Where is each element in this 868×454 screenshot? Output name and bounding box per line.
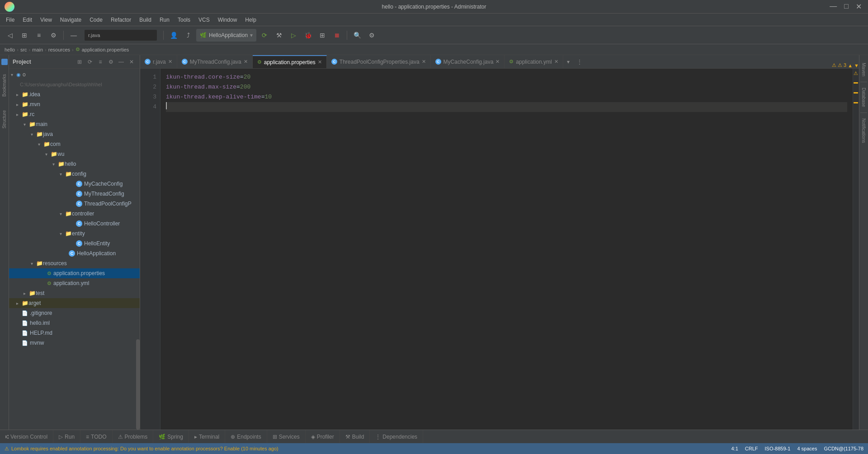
tab-mythreadconfig[interactable]: C MyThreadConfig.java ✕: [177, 55, 253, 69]
toolbar-navigate-target[interactable]: ⤴: [182, 29, 194, 42]
tree-src[interactable]: ▸ 📁 .rc: [9, 109, 140, 119]
bottom-tab-version-control[interactable]: ⑆ Version Control: [0, 430, 53, 444]
bottom-tab-terminal[interactable]: ▸ Terminal: [189, 430, 225, 444]
tab-threadpool-close[interactable]: ✕: [422, 59, 426, 65]
tree-hello-iml[interactable]: ▸ 📄 hello.iml: [9, 318, 140, 328]
tree-gitignore[interactable]: ▸ 📄 .gitignore: [9, 308, 140, 318]
tree-mvn[interactable]: ▸ 📁 .mvn: [9, 99, 140, 109]
minimize-btn[interactable]: —: [828, 2, 839, 11]
tree-helloentity[interactable]: ▸ C HelloEntity: [9, 239, 140, 248]
bottom-tab-services[interactable]: ⊞ Services: [267, 430, 306, 444]
maximize-btn[interactable]: □: [842, 2, 850, 11]
toolbar-stop[interactable]: ⏹: [330, 29, 343, 42]
code-content[interactable]: ikun-thread.core-size=20 ikun-thread.max…: [160, 69, 853, 430]
toolbar-build[interactable]: ⚒: [273, 29, 285, 42]
project-pin-btn[interactable]: ⊞: [75, 57, 84, 66]
menu-vcs[interactable]: VCS: [195, 15, 213, 24]
tree-item-root[interactable]: ▾ ◉ o: [9, 70, 140, 80]
status-warning-message[interactable]: Lombok requires enabled annotation proce…: [11, 446, 278, 451]
project-settings-btn[interactable]: ⚙: [106, 57, 115, 66]
tree-threadpoolconfigp[interactable]: ▸ C ThreadPoolConfigP: [9, 199, 140, 209]
maven-panel-btn[interactable]: Maven: [860, 57, 867, 82]
tree-mvnw[interactable]: ▸ 📄 mvnw: [9, 338, 140, 348]
tabs-more-btn[interactable]: ⋮: [573, 59, 586, 65]
tree-idea[interactable]: ▸ 📁 .idea: [9, 89, 140, 99]
tree-hellocontroller[interactable]: ▸ C HelloController: [9, 219, 140, 229]
notifications-panel-btn[interactable]: Notifications: [860, 113, 867, 148]
menu-view[interactable]: View: [37, 15, 56, 24]
structure-label[interactable]: Structure: [2, 110, 7, 129]
toolbar-debug[interactable]: 🐞: [302, 29, 314, 42]
menu-tools[interactable]: Tools: [174, 15, 194, 24]
toolbar-minus[interactable]: —: [67, 29, 80, 42]
breadcrumb-hello[interactable]: hello: [5, 47, 15, 52]
breadcrumb-resources[interactable]: resources: [48, 47, 70, 52]
menu-file[interactable]: File: [2, 15, 18, 24]
tree-hello[interactable]: ▾ 📁 hello: [9, 159, 140, 169]
tree-entity[interactable]: ▾ 📁 entity: [9, 229, 140, 239]
bottom-tab-dependencies[interactable]: ⋮ Dependencies: [370, 430, 423, 444]
tree-helloapplication[interactable]: ▸ C HelloApplication: [9, 248, 140, 258]
menu-build[interactable]: Build: [136, 15, 155, 24]
tree-main[interactable]: ▾ 📁 main: [9, 119, 140, 129]
bottom-tab-todo[interactable]: ≡ TODO: [80, 430, 112, 444]
run-config-selector[interactable]: 🌿 HelloApplication ▾: [196, 29, 256, 42]
tree-target[interactable]: ▸ 📁 arget: [9, 298, 140, 308]
tree-test[interactable]: ▸ 📁 test: [9, 288, 140, 298]
tab-appprops-close[interactable]: ✕: [318, 59, 322, 65]
bottom-tab-build[interactable]: ⚒ Build: [340, 430, 370, 444]
toolbar-settings[interactable]: ⚙: [47, 29, 60, 42]
bottom-tab-endpoints[interactable]: ⊕ Endpoints: [225, 430, 267, 444]
tree-application-properties[interactable]: ▸ ⚙ application.properties: [9, 268, 140, 278]
tree-java[interactable]: ▾ 📁 java: [9, 129, 140, 139]
tab-r-java-close[interactable]: ✕: [168, 59, 172, 65]
warning-nav-up[interactable]: ▲: [848, 63, 853, 68]
toolbar-back[interactable]: ◁: [4, 29, 16, 42]
tabs-overflow-btn[interactable]: ▾: [563, 59, 573, 65]
warning-nav-down[interactable]: ▼: [854, 63, 859, 68]
bookmarks-label[interactable]: Bookmarks: [2, 74, 7, 97]
project-sync-btn[interactable]: ⟳: [85, 57, 94, 66]
toolbar-search[interactable]: 🔍: [351, 29, 363, 42]
status-indent[interactable]: 4 spaces: [797, 446, 817, 451]
breadcrumb-file[interactable]: application.properties: [82, 47, 129, 52]
project-scrollbar[interactable]: [136, 339, 140, 430]
tab-mycacheconfig-close[interactable]: ✕: [495, 59, 500, 65]
menu-help[interactable]: Help: [241, 15, 260, 24]
bottom-tab-run[interactable]: ▷ Run: [53, 430, 80, 444]
toolbar-coverage[interactable]: ⊞: [316, 29, 329, 42]
bottom-tab-problems[interactable]: ⚠ Problems: [113, 430, 154, 444]
toolbar-refresh[interactable]: ⟳: [258, 29, 271, 42]
status-position[interactable]: 4:1: [731, 446, 738, 451]
tree-help-md[interactable]: ▸ 📄 HELP.md: [9, 328, 140, 338]
close-btn[interactable]: ✕: [854, 2, 863, 11]
menu-edit[interactable]: Edit: [19, 15, 36, 24]
menu-window[interactable]: Window: [214, 15, 241, 24]
menu-refactor[interactable]: Refactor: [107, 15, 135, 24]
tab-application-properties[interactable]: ⚙ application.properties ✕: [253, 55, 327, 69]
tree-config[interactable]: ▾ 📁 config: [9, 169, 140, 179]
toolbar-recent[interactable]: ⊞: [18, 29, 31, 42]
toolbar-run[interactable]: ▷: [287, 29, 300, 42]
tab-application-yml[interactable]: ⚙ application.yml ✕: [505, 55, 563, 69]
tree-mycacheconfig[interactable]: ▸ C MyCacheConfig: [9, 179, 140, 189]
toolbar-settings2[interactable]: ⚙: [365, 29, 378, 42]
bottom-tab-spring[interactable]: 🌿 Spring: [153, 430, 189, 444]
tab-appyml-close[interactable]: ✕: [554, 59, 558, 65]
tab-threadpool[interactable]: C ThreadPoolConfigProperties.java ✕: [327, 55, 431, 69]
tree-com[interactable]: ▾ 📁 com: [9, 139, 140, 149]
status-encoding[interactable]: ISO-8859-1: [765, 446, 791, 451]
tree-controller[interactable]: ▾ 📁 controller: [9, 209, 140, 219]
project-minimize-btn[interactable]: —: [117, 57, 126, 66]
status-line-ending[interactable]: CRLF: [745, 446, 758, 451]
toolbar-tree[interactable]: ≡: [33, 29, 45, 42]
run-config-dropdown[interactable]: ▾: [250, 32, 253, 38]
breadcrumb-main[interactable]: main: [32, 47, 43, 52]
menu-navigate[interactable]: Navigate: [57, 15, 85, 24]
project-collapse-btn[interactable]: ≡: [96, 57, 105, 66]
breadcrumb-src[interactable]: src: [20, 47, 27, 52]
project-hide-btn[interactable]: ✕: [127, 57, 136, 66]
menu-run[interactable]: Run: [156, 15, 173, 24]
tab-mycacheconfig[interactable]: C MyCacheConfig.java ✕: [431, 55, 505, 69]
tree-wu[interactable]: ▾ 📁 wu: [9, 149, 140, 159]
